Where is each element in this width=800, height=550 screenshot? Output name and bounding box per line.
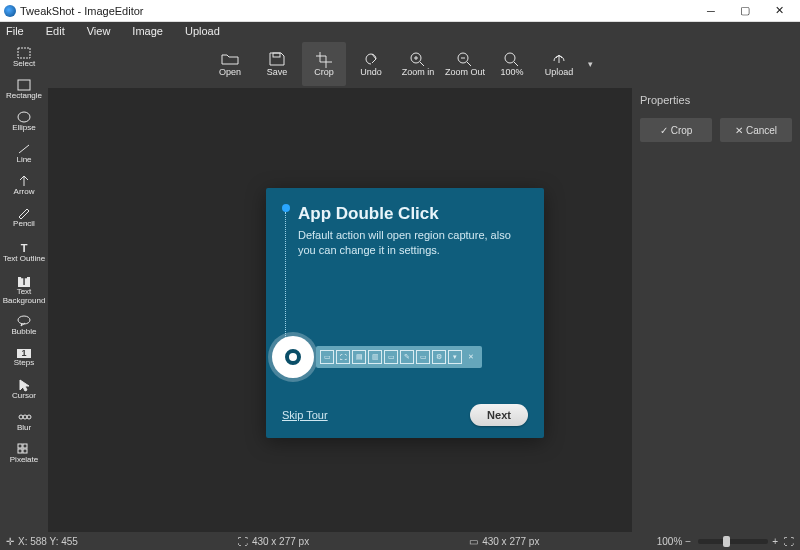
tray-app-circle bbox=[272, 336, 314, 378]
main-toolbar: Open Save Crop Undo Zoom in Zoom Out bbox=[48, 40, 800, 88]
tool-rectangle[interactable]: Rectangle bbox=[2, 74, 46, 106]
tool-text-background[interactable]: T Text Background bbox=[2, 272, 46, 310]
menu-bar: File Edit View Image Upload bbox=[0, 22, 800, 40]
menu-edit[interactable]: Edit bbox=[46, 25, 65, 37]
bubble-icon bbox=[17, 315, 31, 327]
upload-icon bbox=[550, 52, 568, 66]
svg-point-8 bbox=[27, 415, 31, 419]
mini-icon: ▭ bbox=[416, 350, 430, 364]
mini-icon: ▭ bbox=[384, 350, 398, 364]
properties-cancel-button[interactable]: ✕ Cancel bbox=[720, 118, 792, 142]
fit-screen-button[interactable]: ⛶ bbox=[784, 536, 794, 547]
properties-crop-button[interactable]: ✓ Crop bbox=[640, 118, 712, 142]
tool-pencil[interactable]: Pencil bbox=[2, 202, 46, 234]
tool-text-outline[interactable]: T Text Outline bbox=[2, 234, 46, 272]
svg-rect-9 bbox=[18, 444, 22, 448]
crop-icon bbox=[316, 52, 332, 66]
window-maximize-button[interactable]: ▢ bbox=[728, 0, 762, 22]
toolbar-label: Undo bbox=[360, 67, 382, 77]
svg-rect-12 bbox=[23, 449, 27, 453]
menu-view[interactable]: View bbox=[87, 25, 111, 37]
zoom-minus-button[interactable]: − bbox=[685, 536, 691, 547]
toolbar-label: Open bbox=[219, 67, 241, 77]
svg-line-3 bbox=[19, 145, 29, 153]
status-selection-size: 430 x 277 px bbox=[252, 536, 309, 547]
select-icon bbox=[17, 47, 31, 59]
tool-steps[interactable]: 1 Steps bbox=[2, 342, 46, 374]
svg-rect-0 bbox=[18, 48, 30, 58]
ellipse-icon bbox=[17, 111, 31, 123]
svg-rect-10 bbox=[23, 444, 27, 448]
toolbar-zoom-in[interactable]: Zoom in bbox=[396, 42, 440, 86]
toolbar-zoom-out[interactable]: Zoom Out bbox=[443, 42, 487, 86]
tool-cursor[interactable]: Cursor bbox=[2, 374, 46, 406]
toolbar-label: Crop bbox=[314, 67, 334, 77]
zoom-slider-thumb[interactable] bbox=[723, 536, 730, 547]
tool-blur[interactable]: Blur bbox=[2, 406, 46, 438]
zoom-100-icon bbox=[504, 52, 520, 66]
rectangle-icon bbox=[17, 79, 31, 91]
mini-icon: ⛶ bbox=[336, 350, 350, 364]
status-zoom-label: 100% bbox=[657, 536, 683, 547]
window-title: TweakShot - ImageEditor bbox=[20, 5, 144, 17]
line-icon bbox=[17, 143, 31, 155]
svg-rect-1 bbox=[18, 80, 30, 90]
zoom-slider[interactable] bbox=[698, 539, 768, 544]
svg-point-7 bbox=[23, 415, 27, 419]
skip-tour-link[interactable]: Skip Tour bbox=[282, 409, 328, 421]
mini-icon: ▥ bbox=[368, 350, 382, 364]
toolbar-label: Upload bbox=[545, 67, 574, 77]
step-connector bbox=[285, 212, 286, 342]
status-coords: X: 588 Y: 455 bbox=[18, 536, 78, 547]
zoom-in-icon bbox=[410, 52, 426, 66]
window-close-button[interactable]: ✕ bbox=[762, 0, 796, 22]
properties-panel: Properties ✓ Crop ✕ Cancel bbox=[632, 88, 800, 532]
svg-line-22 bbox=[514, 62, 518, 66]
mini-icon: ⚙ bbox=[432, 350, 446, 364]
window-titlebar: TweakShot - ImageEditor ─ ▢ ✕ bbox=[0, 0, 800, 22]
tool-label: Pixelate bbox=[10, 456, 38, 464]
menu-upload[interactable]: Upload bbox=[185, 25, 220, 37]
text-bg-icon: T bbox=[18, 277, 30, 288]
toolbar-zoom-100[interactable]: 100% bbox=[490, 42, 534, 86]
toolbar-undo[interactable]: Undo bbox=[349, 42, 393, 86]
mini-close-icon: ✕ bbox=[464, 350, 478, 364]
tool-label: Pencil bbox=[13, 220, 35, 228]
blur-icon bbox=[17, 411, 31, 423]
dialog-body: Default action will open region capture,… bbox=[298, 228, 528, 258]
window-minimize-button[interactable]: ─ bbox=[694, 0, 728, 22]
toolbar-upload-dropdown[interactable]: ▾ bbox=[584, 59, 596, 69]
button-label: Crop bbox=[671, 125, 693, 136]
tool-select[interactable]: Select bbox=[2, 42, 46, 74]
toolbar-open[interactable]: Open bbox=[208, 42, 252, 86]
svg-point-2 bbox=[18, 112, 30, 122]
svg-point-21 bbox=[505, 53, 515, 63]
mini-icon: ▤ bbox=[352, 350, 366, 364]
cursor-icon bbox=[17, 379, 31, 391]
next-button[interactable]: Next bbox=[470, 404, 528, 426]
pencil-icon bbox=[17, 207, 31, 219]
tool-line[interactable]: Line bbox=[2, 138, 46, 170]
toolbar-upload[interactable]: Upload bbox=[537, 42, 581, 86]
tool-label: Line bbox=[16, 156, 31, 164]
button-label: Cancel bbox=[746, 125, 777, 136]
zoom-plus-button[interactable]: + bbox=[772, 536, 778, 547]
app-logo-icon bbox=[4, 5, 16, 17]
crosshair-icon: ✛ bbox=[6, 536, 14, 547]
tool-pixelate[interactable]: Pixelate bbox=[2, 438, 46, 470]
menu-image[interactable]: Image bbox=[132, 25, 163, 37]
tool-bubble[interactable]: Bubble bbox=[2, 310, 46, 342]
tool-arrow[interactable]: Arrow bbox=[2, 170, 46, 202]
mini-icon: ▭ bbox=[320, 350, 334, 364]
menu-file[interactable]: File bbox=[6, 25, 24, 37]
svg-line-15 bbox=[420, 62, 424, 66]
tool-ellipse[interactable]: Ellipse bbox=[2, 106, 46, 138]
toolbar-save[interactable]: Save bbox=[255, 42, 299, 86]
tool-label: Text Outline bbox=[3, 255, 45, 263]
toolbar-crop[interactable]: Crop bbox=[302, 42, 346, 86]
tool-label: Ellipse bbox=[12, 124, 36, 132]
tray-app-icon bbox=[285, 349, 301, 365]
svg-line-19 bbox=[467, 62, 471, 66]
svg-rect-13 bbox=[273, 53, 280, 57]
step-dot-icon bbox=[282, 204, 290, 212]
